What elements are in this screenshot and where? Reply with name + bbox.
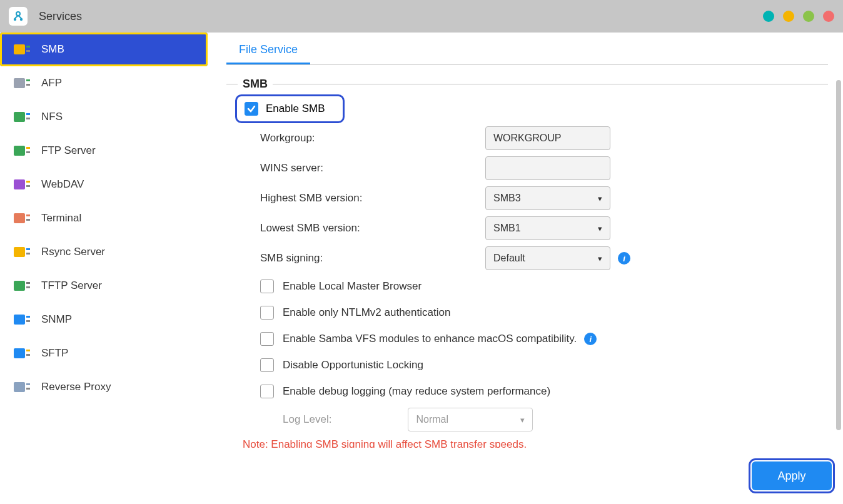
scrollbar[interactable] bbox=[836, 80, 841, 430]
select-value: Default bbox=[493, 253, 525, 264]
checkbox-icon bbox=[260, 385, 274, 398]
svg-rect-27 bbox=[14, 315, 25, 325]
svg-rect-17 bbox=[26, 185, 30, 187]
label-workgroup: Workgroup: bbox=[260, 132, 485, 144]
chevron-down-icon: ▾ bbox=[520, 415, 525, 425]
options-group: Enable Local Master BrowserEnable only N… bbox=[226, 273, 837, 405]
footer: Apply bbox=[226, 448, 832, 504]
sidebar-item-label: WebDAV bbox=[41, 178, 84, 191]
sidebar-item-rsync-server[interactable]: Rsync Server bbox=[0, 235, 208, 269]
select-smb-signing[interactable]: Default ▾ bbox=[485, 246, 610, 270]
row-wins: WINS server: bbox=[260, 153, 837, 183]
svg-rect-32 bbox=[26, 354, 30, 356]
svg-rect-11 bbox=[26, 118, 30, 119]
service-icon bbox=[14, 278, 33, 293]
svg-point-2 bbox=[20, 18, 23, 21]
sidebar-item-terminal[interactable]: Terminal bbox=[0, 201, 208, 235]
service-icon bbox=[14, 346, 33, 361]
row-smb-signing: SMB signing: Default ▾ i bbox=[260, 243, 837, 273]
svg-rect-8 bbox=[26, 84, 30, 86]
label-lowest-smb: Lowest SMB version: bbox=[260, 222, 485, 234]
option-row[interactable]: Enable only NTLMv2 authentication bbox=[260, 300, 837, 326]
service-icon bbox=[14, 143, 33, 158]
service-icon bbox=[14, 244, 33, 260]
sidebar-item-label: SNMP bbox=[41, 313, 72, 326]
sidebar-item-label: SMB bbox=[41, 43, 64, 56]
svg-rect-29 bbox=[26, 320, 30, 322]
svg-rect-35 bbox=[26, 388, 30, 390]
svg-rect-19 bbox=[26, 214, 30, 216]
row-log-level: Log Level: Normal ▾ bbox=[283, 405, 837, 435]
app-icon bbox=[9, 7, 28, 26]
label-log-level: Log Level: bbox=[283, 413, 331, 426]
service-icon bbox=[14, 76, 33, 91]
window-title: Services bbox=[39, 10, 82, 23]
svg-rect-31 bbox=[26, 350, 30, 351]
svg-rect-21 bbox=[14, 247, 25, 257]
checkbox-icon bbox=[260, 358, 274, 372]
sidebar-item-ftp-server[interactable]: FTP Server bbox=[0, 134, 208, 168]
sidebar-item-sftp[interactable]: SFTP bbox=[0, 336, 208, 370]
option-row[interactable]: Enable Local Master Browser bbox=[260, 273, 837, 300]
sidebar-item-label: AFP bbox=[41, 77, 62, 89]
sidebar-item-nfs[interactable]: NFS bbox=[0, 100, 208, 134]
note-text: Note: Enabling SMB signing will affect S… bbox=[243, 438, 837, 448]
option-row[interactable]: Disable Opportunistic Locking bbox=[260, 352, 837, 378]
sidebar-item-reverse-proxy[interactable]: Reverse Proxy bbox=[0, 370, 208, 404]
service-icon bbox=[14, 312, 33, 327]
svg-rect-13 bbox=[26, 147, 30, 149]
sidebar-item-smb[interactable]: SMB bbox=[0, 33, 208, 66]
sidebar-item-afp[interactable]: AFP bbox=[0, 66, 208, 100]
svg-rect-23 bbox=[26, 253, 30, 255]
svg-rect-16 bbox=[26, 181, 30, 183]
svg-point-1 bbox=[14, 18, 16, 21]
svg-rect-15 bbox=[14, 179, 25, 189]
input-workgroup[interactable] bbox=[485, 126, 610, 150]
tab-file-service[interactable]: File Service bbox=[226, 43, 310, 64]
svg-rect-18 bbox=[14, 213, 25, 223]
chevron-down-icon: ▾ bbox=[598, 194, 602, 203]
option-label: Enable Local Master Browser bbox=[283, 280, 422, 293]
apply-button[interactable]: Apply bbox=[752, 461, 832, 490]
svg-rect-26 bbox=[26, 286, 30, 288]
sidebar-item-label: Rsync Server bbox=[41, 246, 105, 258]
label-wins: WINS server: bbox=[260, 162, 485, 174]
service-icon bbox=[14, 177, 33, 192]
option-row[interactable]: Enable debug logging (may reduce system … bbox=[260, 378, 837, 405]
svg-rect-7 bbox=[26, 79, 30, 81]
option-row[interactable]: Enable Samba VFS modules to enhance macO… bbox=[260, 326, 837, 352]
option-label: Disable Opportunistic Locking bbox=[283, 359, 423, 371]
select-value: SMB3 bbox=[493, 193, 521, 204]
window-controls bbox=[763, 11, 834, 22]
window-dot-2[interactable] bbox=[783, 11, 794, 22]
select-highest-smb[interactable]: SMB3 ▾ bbox=[485, 186, 610, 210]
input-wins[interactable] bbox=[485, 156, 610, 180]
svg-rect-14 bbox=[26, 151, 30, 153]
label-smb-signing: SMB signing: bbox=[260, 252, 485, 265]
sidebar-item-snmp[interactable]: SNMP bbox=[0, 303, 208, 336]
window-dot-3[interactable] bbox=[803, 11, 814, 22]
row-workgroup: Workgroup: bbox=[260, 123, 837, 153]
info-icon[interactable]: i bbox=[584, 333, 597, 345]
sidebar-item-label: SFTP bbox=[41, 347, 68, 360]
enable-smb-checkbox[interactable]: Enable SMB bbox=[235, 94, 345, 123]
window-dot-1[interactable] bbox=[763, 11, 774, 22]
section-header: SMB bbox=[226, 78, 828, 91]
apply-label: Apply bbox=[777, 470, 805, 482]
svg-rect-24 bbox=[14, 281, 25, 291]
window-dot-4[interactable] bbox=[823, 11, 834, 22]
sidebar-item-label: Terminal bbox=[41, 212, 81, 224]
select-lowest-smb[interactable]: SMB1 ▾ bbox=[485, 216, 610, 240]
content-pane: File Service SMB Enable SMB Workgroup: W… bbox=[226, 33, 837, 448]
sidebar-item-webdav[interactable]: WebDAV bbox=[0, 168, 208, 201]
svg-rect-4 bbox=[26, 46, 30, 48]
svg-rect-12 bbox=[14, 146, 25, 156]
select-log-level: Normal ▾ bbox=[408, 408, 533, 431]
option-label: Enable Samba VFS modules to enhance macO… bbox=[283, 333, 577, 345]
info-icon[interactable]: i bbox=[618, 252, 630, 265]
sidebar: SMBAFPNFSFTP ServerWebDAVTerminalRsync S… bbox=[0, 33, 208, 504]
sidebar-item-label: TFTP Server bbox=[41, 280, 102, 292]
sidebar-item-tftp-server[interactable]: TFTP Server bbox=[0, 269, 208, 303]
checkbox-icon bbox=[260, 280, 274, 293]
svg-rect-3 bbox=[14, 44, 25, 54]
